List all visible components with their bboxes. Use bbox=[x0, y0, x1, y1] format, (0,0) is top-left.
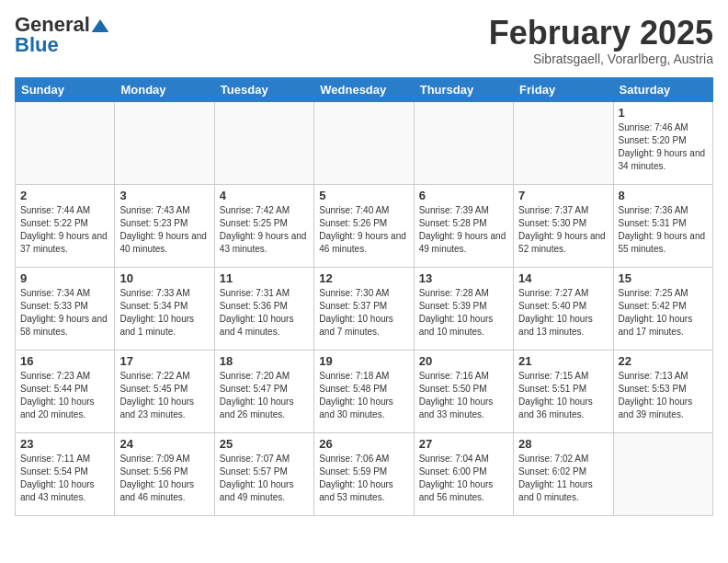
day-number: 15 bbox=[619, 271, 708, 285]
day-number: 28 bbox=[518, 437, 608, 451]
calendar-day-empty bbox=[115, 101, 214, 184]
day-number: 8 bbox=[619, 189, 708, 202]
day-info: Sunrise: 7:28 AM Sunset: 5:39 PM Dayligh… bbox=[419, 287, 508, 339]
day-number: 26 bbox=[319, 437, 408, 451]
calendar-day-7: 7Sunrise: 7:37 AM Sunset: 5:30 PM Daylig… bbox=[514, 184, 613, 267]
day-number: 2 bbox=[20, 189, 109, 202]
calendar-day-empty bbox=[613, 432, 712, 515]
calendar-day-23: 23Sunrise: 7:11 AM Sunset: 5:54 PM Dayli… bbox=[16, 432, 115, 515]
weekday-friday: Friday bbox=[514, 77, 613, 101]
day-number: 21 bbox=[518, 354, 608, 368]
day-info: Sunrise: 7:27 AM Sunset: 5:40 PM Dayligh… bbox=[518, 287, 608, 339]
day-info: Sunrise: 7:06 AM Sunset: 5:59 PM Dayligh… bbox=[319, 453, 408, 504]
calendar-day-11: 11Sunrise: 7:31 AM Sunset: 5:36 PM Dayli… bbox=[214, 267, 313, 350]
calendar-body: 1Sunrise: 7:46 AM Sunset: 5:20 PM Daylig… bbox=[16, 101, 713, 515]
day-info: Sunrise: 7:11 AM Sunset: 5:54 PM Dayligh… bbox=[20, 453, 109, 504]
calendar-day-empty bbox=[314, 101, 414, 184]
day-number: 5 bbox=[319, 189, 408, 202]
day-number: 16 bbox=[20, 354, 109, 368]
day-info: Sunrise: 7:43 AM Sunset: 5:23 PM Dayligh… bbox=[119, 204, 209, 256]
calendar-day-14: 14Sunrise: 7:27 AM Sunset: 5:40 PM Dayli… bbox=[514, 267, 613, 350]
day-info: Sunrise: 7:02 AM Sunset: 6:02 PM Dayligh… bbox=[518, 453, 608, 504]
day-info: Sunrise: 7:16 AM Sunset: 5:50 PM Dayligh… bbox=[419, 370, 508, 421]
weekday-wednesday: Wednesday bbox=[314, 77, 414, 101]
day-info: Sunrise: 7:37 AM Sunset: 5:30 PM Dayligh… bbox=[518, 204, 608, 256]
day-info: Sunrise: 7:18 AM Sunset: 5:48 PM Dayligh… bbox=[319, 370, 408, 421]
calendar-day-2: 2Sunrise: 7:44 AM Sunset: 5:22 PM Daylig… bbox=[16, 184, 115, 267]
day-info: Sunrise: 7:04 AM Sunset: 6:00 PM Dayligh… bbox=[419, 453, 508, 504]
day-number: 12 bbox=[319, 271, 408, 285]
day-info: Sunrise: 7:33 AM Sunset: 5:34 PM Dayligh… bbox=[119, 287, 209, 339]
day-info: Sunrise: 7:15 AM Sunset: 5:51 PM Dayligh… bbox=[518, 370, 608, 421]
calendar-week-0: 1Sunrise: 7:46 AM Sunset: 5:20 PM Daylig… bbox=[16, 101, 713, 184]
page-header: General Blue February 2025 Sibratsgaell,… bbox=[15, 15, 713, 66]
day-number: 22 bbox=[619, 354, 708, 368]
calendar-day-1: 1Sunrise: 7:46 AM Sunset: 5:20 PM Daylig… bbox=[613, 101, 712, 184]
title-block: February 2025 Sibratsgaell, Vorarlberg, … bbox=[489, 15, 713, 66]
calendar-week-1: 2Sunrise: 7:44 AM Sunset: 5:22 PM Daylig… bbox=[16, 184, 713, 267]
calendar-day-10: 10Sunrise: 7:33 AM Sunset: 5:34 PM Dayli… bbox=[115, 267, 214, 350]
calendar-day-4: 4Sunrise: 7:42 AM Sunset: 5:25 PM Daylig… bbox=[214, 184, 313, 267]
day-number: 25 bbox=[220, 437, 309, 451]
day-info: Sunrise: 7:09 AM Sunset: 5:56 PM Dayligh… bbox=[119, 453, 209, 504]
day-number: 23 bbox=[20, 437, 109, 451]
day-info: Sunrise: 7:40 AM Sunset: 5:26 PM Dayligh… bbox=[319, 204, 408, 256]
day-info: Sunrise: 7:20 AM Sunset: 5:47 PM Dayligh… bbox=[220, 370, 309, 421]
logo-text: General Blue bbox=[15, 15, 110, 55]
calendar-day-empty bbox=[214, 101, 313, 184]
calendar-day-24: 24Sunrise: 7:09 AM Sunset: 5:56 PM Dayli… bbox=[115, 432, 214, 515]
day-number: 7 bbox=[518, 189, 608, 202]
day-number: 19 bbox=[319, 354, 408, 368]
day-number: 3 bbox=[119, 189, 209, 202]
calendar-day-empty bbox=[16, 101, 115, 184]
calendar-day-8: 8Sunrise: 7:36 AM Sunset: 5:31 PM Daylig… bbox=[613, 184, 712, 267]
logo-blue: Blue bbox=[15, 33, 59, 56]
day-info: Sunrise: 7:22 AM Sunset: 5:45 PM Dayligh… bbox=[119, 370, 209, 421]
day-info: Sunrise: 7:44 AM Sunset: 5:22 PM Dayligh… bbox=[20, 204, 109, 256]
calendar-day-6: 6Sunrise: 7:39 AM Sunset: 5:28 PM Daylig… bbox=[414, 184, 513, 267]
weekday-tuesday: Tuesday bbox=[214, 77, 313, 101]
day-info: Sunrise: 7:13 AM Sunset: 5:53 PM Dayligh… bbox=[619, 370, 708, 421]
calendar-day-26: 26Sunrise: 7:06 AM Sunset: 5:59 PM Dayli… bbox=[314, 432, 414, 515]
logo: General Blue bbox=[15, 15, 110, 55]
calendar-day-16: 16Sunrise: 7:23 AM Sunset: 5:44 PM Dayli… bbox=[16, 350, 115, 432]
day-number: 14 bbox=[518, 271, 608, 285]
calendar-day-20: 20Sunrise: 7:16 AM Sunset: 5:50 PM Dayli… bbox=[414, 350, 513, 432]
logo-icon bbox=[91, 19, 109, 32]
calendar-week-4: 23Sunrise: 7:11 AM Sunset: 5:54 PM Dayli… bbox=[16, 432, 713, 515]
calendar-day-15: 15Sunrise: 7:25 AM Sunset: 5:42 PM Dayli… bbox=[613, 267, 712, 350]
day-number: 6 bbox=[419, 189, 508, 202]
day-info: Sunrise: 7:23 AM Sunset: 5:44 PM Dayligh… bbox=[20, 370, 109, 421]
day-info: Sunrise: 7:07 AM Sunset: 5:57 PM Dayligh… bbox=[220, 453, 309, 504]
day-info: Sunrise: 7:30 AM Sunset: 5:37 PM Dayligh… bbox=[319, 287, 408, 339]
calendar-day-empty bbox=[414, 101, 513, 184]
calendar-header: SundayMondayTuesdayWednesdayThursdayFrid… bbox=[16, 77, 713, 101]
day-info: Sunrise: 7:42 AM Sunset: 5:25 PM Dayligh… bbox=[220, 204, 309, 256]
day-info: Sunrise: 7:36 AM Sunset: 5:31 PM Dayligh… bbox=[619, 204, 708, 256]
day-number: 4 bbox=[220, 189, 309, 202]
calendar-day-19: 19Sunrise: 7:18 AM Sunset: 5:48 PM Dayli… bbox=[314, 350, 414, 432]
day-number: 24 bbox=[119, 437, 209, 451]
day-number: 17 bbox=[119, 354, 209, 368]
location: Sibratsgaell, Vorarlberg, Austria bbox=[489, 52, 713, 66]
day-info: Sunrise: 7:31 AM Sunset: 5:36 PM Dayligh… bbox=[220, 287, 309, 339]
weekday-saturday: Saturday bbox=[613, 77, 712, 101]
day-info: Sunrise: 7:39 AM Sunset: 5:28 PM Dayligh… bbox=[419, 204, 508, 256]
svg-marker-0 bbox=[92, 19, 109, 32]
day-info: Sunrise: 7:25 AM Sunset: 5:42 PM Dayligh… bbox=[619, 287, 708, 339]
weekday-sunday: Sunday bbox=[16, 77, 115, 101]
calendar-day-12: 12Sunrise: 7:30 AM Sunset: 5:37 PM Dayli… bbox=[314, 267, 414, 350]
day-info: Sunrise: 7:46 AM Sunset: 5:20 PM Dayligh… bbox=[619, 121, 708, 173]
day-number: 13 bbox=[419, 271, 508, 285]
calendar-week-2: 9Sunrise: 7:34 AM Sunset: 5:33 PM Daylig… bbox=[16, 267, 713, 350]
day-number: 20 bbox=[419, 354, 508, 368]
day-number: 11 bbox=[220, 271, 309, 285]
calendar-week-3: 16Sunrise: 7:23 AM Sunset: 5:44 PM Dayli… bbox=[16, 350, 713, 432]
calendar-day-13: 13Sunrise: 7:28 AM Sunset: 5:39 PM Dayli… bbox=[414, 267, 513, 350]
day-number: 27 bbox=[419, 437, 508, 451]
calendar-day-28: 28Sunrise: 7:02 AM Sunset: 6:02 PM Dayli… bbox=[514, 432, 613, 515]
day-info: Sunrise: 7:34 AM Sunset: 5:33 PM Dayligh… bbox=[20, 287, 109, 339]
calendar-day-22: 22Sunrise: 7:13 AM Sunset: 5:53 PM Dayli… bbox=[613, 350, 712, 432]
month-title: February 2025 bbox=[489, 15, 713, 52]
weekday-monday: Monday bbox=[115, 77, 214, 101]
